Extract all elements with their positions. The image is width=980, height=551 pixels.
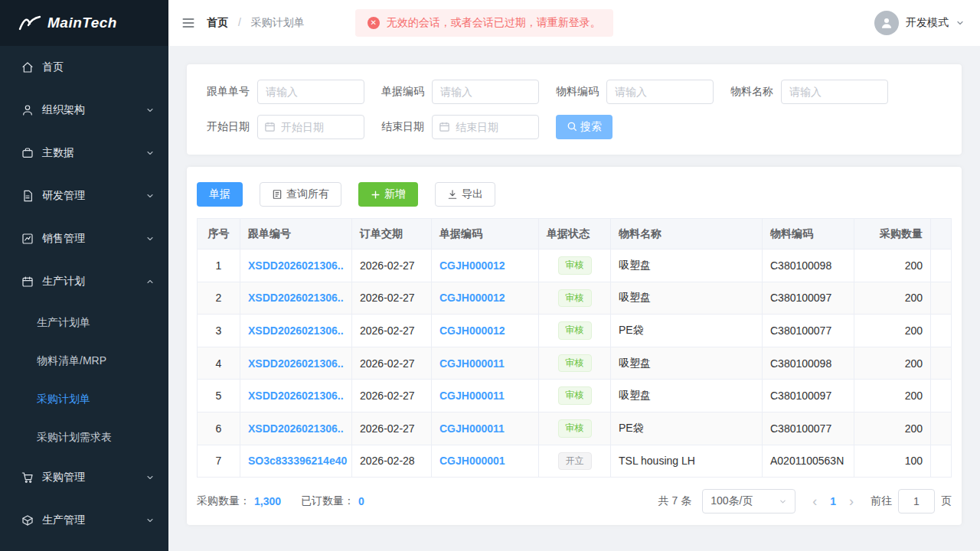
document-button[interactable]: 单据 xyxy=(197,182,243,207)
production-plan-icon xyxy=(21,276,34,288)
user-mode-label: 开发模式 xyxy=(906,16,949,30)
column-header: 序号 xyxy=(198,219,240,249)
sidebar-item-purchase[interactable]: 采购管理 xyxy=(0,456,168,499)
order-no-link[interactable]: XSDD2026021306.. xyxy=(248,390,344,402)
material-code-input[interactable] xyxy=(606,80,714,104)
document-button-label: 单据 xyxy=(209,187,230,201)
error-icon: ✕ xyxy=(368,17,380,29)
sidebar-nav: 首页组织架构主数据研发管理销售管理生产计划生产计划单物料清单/MRP采购计划单采… xyxy=(0,46,168,542)
sidebar-item-production[interactable]: 生产管理 xyxy=(0,499,168,542)
doc-no-link[interactable]: CGJH000011 xyxy=(439,422,505,435)
alert-text: 无效的会话，或者会话已过期，请重新登录。 xyxy=(387,16,601,30)
export-button[interactable]: 导出 xyxy=(435,182,495,207)
cell-material-name: 吸塑盘 xyxy=(611,347,763,380)
order-no-link[interactable]: XSDD2026021306.. xyxy=(248,324,344,337)
sidebar-subitem[interactable]: 采购计划单 xyxy=(0,380,168,418)
end-date-input[interactable] xyxy=(432,115,539,139)
doc-no-link[interactable]: CGJH000001 xyxy=(439,455,505,467)
logo: MainTech xyxy=(0,0,168,46)
chevron-up-icon xyxy=(145,277,155,286)
page-size-select[interactable]: 100条/页 xyxy=(702,489,795,514)
rd-icon xyxy=(21,190,34,202)
cell-doc-no: CGJH000012 xyxy=(432,249,539,282)
cell-doc-no: CGJH000012 xyxy=(432,282,539,315)
material-name-input[interactable] xyxy=(781,80,888,104)
column-header: 单据状态 xyxy=(539,219,611,249)
cell-material-name: 吸塑盘 xyxy=(611,380,763,412)
hamburger-menu-icon[interactable] xyxy=(181,15,196,31)
cell-status: 审核 xyxy=(539,249,611,282)
breadcrumb-home[interactable]: 首页 xyxy=(207,16,228,28)
chevron-down-icon xyxy=(779,497,787,506)
status-badge: 审核 xyxy=(558,354,592,373)
chevron-down-icon xyxy=(145,516,155,525)
cell-status: 审核 xyxy=(539,347,611,380)
current-page[interactable]: 1 xyxy=(823,495,843,507)
sidebar-subitem[interactable]: 生产计划单 xyxy=(0,303,168,341)
sidebar-subitem[interactable]: 采购计划需求表 xyxy=(0,418,168,456)
sales-icon xyxy=(21,233,34,245)
cell-material-code: C380100098 xyxy=(763,249,854,282)
order-no-link[interactable]: XSDD2026021306.. xyxy=(248,292,344,304)
search-icon xyxy=(567,121,577,134)
goto-page-input[interactable] xyxy=(898,489,935,514)
sidebar-item-master-data[interactable]: 主数据 xyxy=(0,132,168,174)
cell-delivery-date: 2026-02-27 xyxy=(352,282,432,315)
chevron-down-icon xyxy=(956,18,965,28)
cell-index: 2 xyxy=(198,282,240,315)
sidebar-item-label: 主数据 xyxy=(42,146,145,160)
sidebar-item-production-plan[interactable]: 生产计划 xyxy=(0,260,168,303)
table-row: 5XSDD2026021306..2026-02-27CGJH000011审核吸… xyxy=(198,380,952,412)
master-data-icon xyxy=(21,147,34,159)
cell-material-name: PE袋 xyxy=(611,315,763,347)
sidebar-item-org[interactable]: 组织架构 xyxy=(0,89,168,132)
cell-status: 审核 xyxy=(539,412,611,445)
sidebar-item-rd[interactable]: 研发管理 xyxy=(0,174,168,217)
order-no-link[interactable]: XSDD2026021306.. xyxy=(248,259,344,272)
cell-extra xyxy=(931,445,952,478)
chevron-down-icon xyxy=(145,473,155,482)
start-date-input[interactable] xyxy=(257,115,364,139)
column-header: 物料名称 xyxy=(611,219,763,249)
cell-index: 6 xyxy=(198,412,240,445)
breadcrumb-separator: / xyxy=(238,16,241,28)
order-no-link[interactable]: SO3c833396214e40 xyxy=(248,455,347,467)
doc-no-link[interactable]: CGJH000012 xyxy=(439,292,505,304)
doc-no-link[interactable]: CGJH000011 xyxy=(439,390,505,402)
cell-order-no: XSDD2026021306.. xyxy=(240,249,352,282)
user-menu[interactable]: 开发模式 xyxy=(874,11,965,35)
order-no-link[interactable]: XSDD2026021306.. xyxy=(248,357,344,370)
doc-no-link[interactable]: CGJH000011 xyxy=(439,357,505,370)
sidebar-item-home[interactable]: 首页 xyxy=(0,46,168,89)
logo-text: MainTech xyxy=(47,15,117,31)
filter-group-material-code: 物料编码 xyxy=(547,80,714,104)
doc-no-link[interactable]: CGJH000012 xyxy=(439,324,505,337)
cell-order-no: SO3c833396214e40 xyxy=(240,445,352,478)
content-area: 跟单单号 单据编码 物料编码 物料名称 xyxy=(168,46,980,551)
doc-code-input[interactable] xyxy=(432,80,539,104)
breadcrumb-current: 采购计划单 xyxy=(251,16,305,28)
add-button[interactable]: 新增 xyxy=(358,182,418,207)
cell-extra xyxy=(931,347,952,380)
cell-order-no: XSDD2026021306.. xyxy=(240,380,352,412)
sidebar-item-sales[interactable]: 销售管理 xyxy=(0,217,168,260)
cell-index: 4 xyxy=(198,347,240,380)
next-page-button[interactable]: › xyxy=(843,494,860,510)
status-badge: 审核 xyxy=(558,256,592,275)
cell-material-name: 吸塑盘 xyxy=(611,249,763,282)
order-no-link[interactable]: XSDD2026021306.. xyxy=(248,422,344,435)
query-all-button[interactable]: 查询所有 xyxy=(260,182,341,207)
order-no-input[interactable] xyxy=(257,80,364,104)
sidebar-subitem[interactable]: 物料清单/MRP xyxy=(0,341,168,380)
cell-qty: 200 xyxy=(854,282,931,315)
prev-page-button[interactable]: ‹ xyxy=(806,494,823,510)
cell-material-code: C380100077 xyxy=(763,315,854,347)
cell-doc-no: CGJH000011 xyxy=(432,347,539,380)
search-button-label: 搜索 xyxy=(580,120,602,134)
table-footer: 采购数量： 1,300 已订数量： 0 共 7 条 100条/页 ‹ 1 › xyxy=(197,478,952,525)
search-button[interactable]: 搜索 xyxy=(556,115,612,139)
ordered-qty-label: 已订数量： xyxy=(301,494,354,508)
doc-no-link[interactable]: CGJH000012 xyxy=(439,259,505,272)
sidebar-item-label: 生产管理 xyxy=(42,514,145,527)
chevron-down-icon xyxy=(145,191,155,201)
